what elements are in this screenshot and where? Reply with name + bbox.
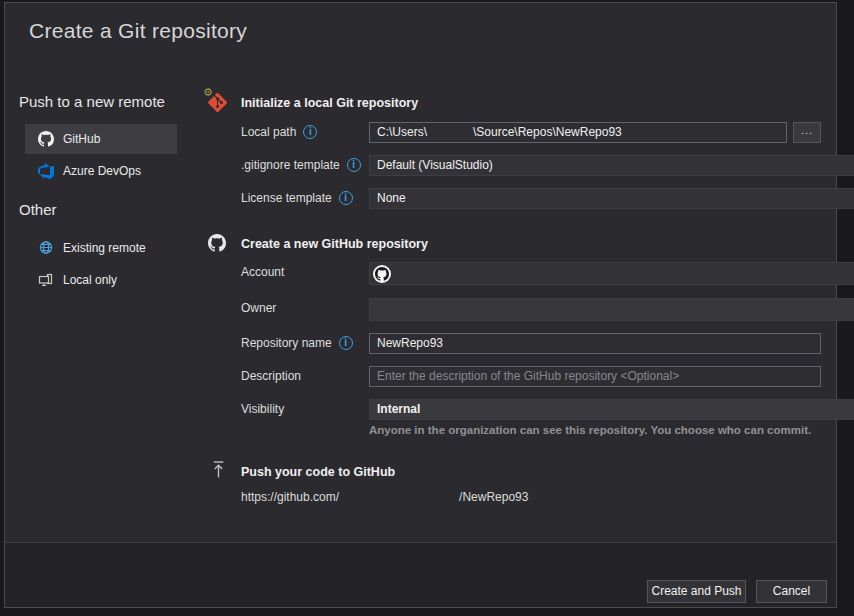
sidebar-item-existing-remote[interactable]: Existing remote — [25, 233, 177, 263]
github-icon — [208, 234, 228, 254]
owner-dropdown[interactable] — [369, 298, 854, 321]
repository-name-label: Repository name i — [241, 336, 353, 350]
owner-label: Owner — [241, 301, 276, 315]
gitignore-value: Default (VisualStudio) — [377, 158, 493, 172]
license-dropdown[interactable]: None — [369, 188, 854, 209]
gitignore-label: .gitignore template i — [241, 158, 361, 172]
computer-icon — [38, 272, 54, 288]
repository-url-prefix: https://github.com/ — [241, 490, 339, 504]
description-input[interactable]: Enter the description of the GitHub repo… — [369, 366, 821, 387]
globe-icon — [38, 240, 54, 256]
git-repository-icon: ⚙ — [208, 93, 228, 113]
account-label: Account — [241, 265, 284, 279]
cancel-button[interactable]: Cancel — [756, 580, 827, 603]
info-icon[interactable]: i — [303, 125, 317, 139]
repository-name-row: Repository name i NewRepo93 — [241, 333, 821, 355]
owner-row: Owner — [241, 298, 821, 321]
license-row: License template i None — [241, 188, 821, 210]
create-git-repository-dialog: Create a Git repository Push to a new re… — [4, 2, 837, 608]
account-row: Account — [241, 262, 821, 285]
sidebar-item-github[interactable]: GitHub — [25, 124, 177, 154]
dialog-title: Create a Git repository — [29, 19, 247, 43]
local-path-label: Local path i — [241, 125, 317, 139]
local-path-suffix: \Source\Repos\NewRepo93 — [473, 125, 622, 139]
description-row: Description Enter the description of the… — [241, 366, 821, 388]
local-path-input[interactable]: C:\Users\\Source\Repos\NewRepo93 — [369, 122, 787, 143]
visibility-helper-text: Anyone in the organization can see this … — [369, 424, 821, 436]
browse-button[interactable]: ... — [793, 122, 821, 143]
local-path-prefix: C:\Users\ — [377, 125, 427, 139]
init-section-header: Initialize a local Git repository — [241, 96, 418, 110]
repository-name-input[interactable]: NewRepo93 — [369, 333, 821, 354]
description-placeholder: Enter the description of the GitHub repo… — [377, 369, 679, 383]
visibility-label: Visibility — [241, 402, 284, 416]
visibility-row: Visibility Internal — [241, 399, 821, 421]
account-avatar — [373, 265, 391, 283]
license-value: None — [377, 191, 406, 205]
sidebar-item-label: Existing remote — [63, 241, 146, 255]
gitignore-row: .gitignore template i Default (VisualStu… — [241, 155, 821, 177]
sidebar-item-label: GitHub — [63, 132, 100, 146]
azure-devops-icon — [38, 163, 54, 179]
visibility-value: Internal — [377, 402, 420, 416]
create-and-push-button[interactable]: Create and Push — [647, 580, 746, 603]
gitignore-dropdown[interactable]: Default (VisualStudio) — [369, 155, 854, 176]
github-icon — [38, 131, 54, 147]
info-icon[interactable]: i — [339, 191, 353, 205]
github-section-header: Create a new GitHub repository — [241, 237, 428, 251]
local-path-row: Local path i C:\Users\\Source\Repos\NewR… — [241, 122, 821, 144]
repository-url-suffix: /NewRepo93 — [459, 490, 528, 504]
account-dropdown[interactable] — [369, 262, 854, 285]
push-section-header: Push your code to GitHub — [241, 465, 395, 479]
info-icon[interactable]: i — [347, 158, 361, 172]
sidebar-item-azure-devops[interactable]: Azure DevOps — [25, 156, 177, 186]
repository-url: https://github.com//NewRepo93 — [241, 490, 528, 504]
description-label: Description — [241, 369, 301, 383]
push-upload-icon — [210, 460, 230, 480]
sidebar-item-label: Azure DevOps — [63, 164, 141, 178]
sidebar-item-local-only[interactable]: Local only — [25, 265, 177, 295]
visibility-dropdown[interactable]: Internal — [369, 399, 854, 420]
info-icon[interactable]: i — [339, 336, 353, 350]
sidebar-other-header: Other — [19, 201, 57, 218]
gear-icon: ⚙ — [203, 87, 213, 98]
repository-name-value: NewRepo93 — [377, 336, 443, 350]
sidebar-item-label: Local only — [63, 273, 117, 287]
license-label: License template i — [241, 191, 353, 205]
sidebar-push-header: Push to a new remote — [19, 93, 165, 110]
dialog-footer: Create and Push Cancel — [5, 542, 836, 607]
